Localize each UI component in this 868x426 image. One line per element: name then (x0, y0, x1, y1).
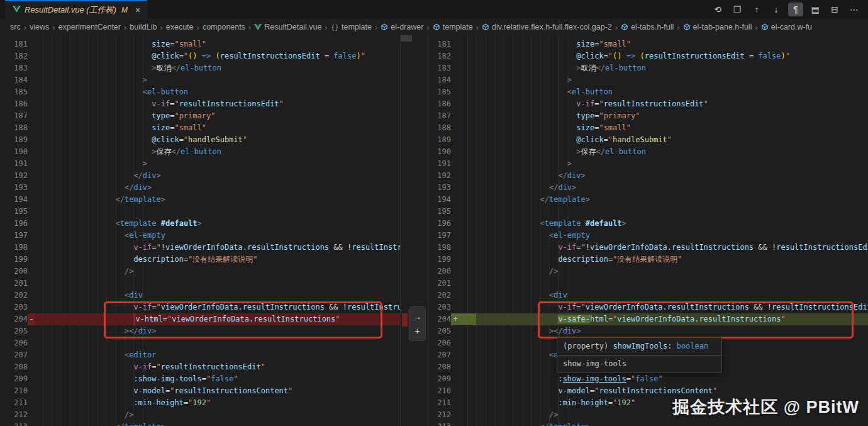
line-number: 186 (0, 98, 28, 110)
code-line-212[interactable]: 212/> (0, 409, 400, 421)
code-line-197[interactable]: 197<el-empty (0, 230, 400, 242)
code-line-189[interactable]: 189@click="handleSubmit" (0, 134, 400, 146)
code-line-181[interactable]: 181size="small" (428, 38, 868, 50)
more-actions-icon[interactable]: ⋯ (847, 3, 862, 16)
code-line-202[interactable]: 202<div (428, 289, 868, 301)
code-text: description="没有结果解读说明" (35, 254, 400, 266)
next-change-icon[interactable]: ↓ (769, 3, 784, 16)
line-number: 205 (428, 325, 451, 337)
code-line-191[interactable]: 191> (0, 158, 400, 170)
code-line-190[interactable]: 190>保存</el-button (428, 146, 868, 158)
code-line-191[interactable]: 191> (428, 158, 868, 170)
code-line-211[interactable]: 211:min-height="192" (428, 397, 868, 409)
code-line-195[interactable]: 195 (0, 206, 400, 218)
map-icon[interactable]: ▤ (808, 3, 823, 16)
code-line-183[interactable]: 183>取消</el-button (0, 62, 400, 74)
code-line-196[interactable]: 196<template #default> (428, 218, 868, 230)
breadcrumb-item[interactable]: src (10, 23, 21, 31)
whitespace-toggle-icon[interactable]: ¶ (788, 3, 803, 16)
code-line-184[interactable]: 184> (428, 74, 868, 86)
tab-resultdetail[interactable]: ResultDetail.vue (工作树) M × (5, 0, 147, 19)
code-line-188[interactable]: 188size="small" (0, 122, 400, 134)
code-line-193[interactable]: 193</div> (428, 182, 868, 194)
breadcrumb-item[interactable]: experimentCenter (58, 23, 121, 31)
diff-sign (28, 289, 35, 301)
code-line-209[interactable]: 209:show-img-tools="false" (428, 373, 868, 385)
code-line-185[interactable]: 185<el-button (428, 86, 868, 98)
breadcrumb-item[interactable]: div.relative.flex.h-full.flex-col.gap-2 (482, 23, 612, 31)
code-line-192[interactable]: 192</div> (0, 170, 400, 182)
code-line-205[interactable]: 205></div> (0, 325, 400, 337)
code-line-209[interactable]: 209:show-img-tools="false" (0, 373, 400, 385)
code-line-182[interactable]: 182@click="() => (resultInstructionsEdit… (428, 50, 868, 62)
code-line-210[interactable]: 210v-model="resultInstructionsContent" (428, 385, 868, 397)
breadcrumb-label: el-drawer (391, 23, 423, 31)
code-line-200[interactable]: 200/> (428, 266, 868, 277)
code-line-203[interactable]: 203v-if="viewOrderInfoData.resultInstruc… (0, 301, 400, 313)
code-line-181[interactable]: 181size="small" (0, 38, 400, 50)
code-line-186[interactable]: 186v-if="resultInstructionsEdit" (428, 98, 868, 110)
breadcrumb-item[interactable]: execute (166, 23, 194, 31)
breadcrumb-item[interactable]: template (433, 23, 473, 31)
close-icon[interactable]: × (135, 6, 140, 14)
code-line-183[interactable]: 183>取消</el-button (428, 62, 868, 74)
code-line-213[interactable]: 213</template> (0, 421, 400, 426)
code-line-189[interactable]: 189@click="handleSubmit" (428, 134, 868, 146)
code-line-199[interactable]: 199description="没有结果解读说明" (0, 254, 400, 266)
scrollbar-thumb[interactable] (401, 35, 412, 42)
code-line-213[interactable]: 213</template> (428, 421, 868, 426)
code-line-196[interactable]: 196<template #default> (0, 218, 400, 230)
code-line-204[interactable]: 204+v-safe-html="viewOrderInfoData.resul… (428, 313, 868, 325)
code-line-206[interactable]: 206 (0, 337, 400, 349)
code-line-190[interactable]: 190>保存</el-button (0, 146, 400, 158)
diff-sign (28, 74, 35, 86)
code-line-212[interactable]: 212/> (428, 409, 868, 421)
code-line-198[interactable]: 198v-if="!viewOrderInfoData.resultInstru… (0, 242, 400, 254)
code-line-208[interactable]: 208v-if="resultInstructionsEdit" (0, 361, 400, 373)
breadcrumb-item[interactable]: el-tab-pane.h-full (683, 23, 752, 31)
code-line-195[interactable]: 195 (428, 206, 868, 218)
code-line-211[interactable]: 211:min-height="192" (0, 397, 400, 409)
code-line-197[interactable]: 197<el-empty (428, 230, 868, 242)
code-line-193[interactable]: 193</div> (0, 182, 400, 194)
revert-change-arrow-icon[interactable]: → (413, 312, 422, 321)
breadcrumb-item[interactable]: el-tabs.h-full (621, 23, 674, 31)
go-to-file-icon[interactable]: ❐ (730, 3, 745, 16)
code-line-200[interactable]: 200/> (0, 266, 400, 277)
code-line-185[interactable]: 185<el-button (0, 86, 400, 98)
code-line-184[interactable]: 184> (0, 74, 400, 86)
code-line-201[interactable]: 201 (0, 277, 400, 289)
previous-change-icon[interactable]: ↑ (749, 3, 764, 16)
breadcrumb-item[interactable]: {}template (331, 23, 372, 31)
code-line-207[interactable]: 207<editor (0, 349, 400, 361)
code-line-205[interactable]: 205></div> (428, 325, 868, 337)
breadcrumb-item[interactable]: el-card.w-fu (761, 23, 812, 31)
code-line-201[interactable]: 201 (428, 277, 868, 289)
code-line-187[interactable]: 187type="primary" (0, 110, 400, 122)
diff-editor-original[interactable]: 181size="small"182@click="() => (resultI… (0, 35, 401, 426)
code-line-187[interactable]: 187type="primary" (428, 110, 868, 122)
code-line-199[interactable]: 199description="没有结果解读说明" (428, 254, 868, 266)
code-line-198[interactable]: 198v-if="!viewOrderInfoData.resultInstru… (428, 242, 868, 254)
code-line-194[interactable]: 194</template> (0, 194, 400, 206)
code-line-182[interactable]: 182@click="() => (resultInstructionsEdit… (0, 50, 400, 62)
breadcrumb-item[interactable]: views (30, 23, 49, 31)
history-icon[interactable]: ⟲ (710, 3, 725, 16)
stage-change-plus-icon[interactable]: + (415, 327, 420, 335)
diff-sign (28, 230, 35, 242)
code-line-202[interactable]: 202<div (0, 289, 400, 301)
code-text: </div> (35, 182, 400, 194)
code-text: </template> (35, 194, 400, 206)
breadcrumb-item[interactable]: el-drawer (381, 23, 423, 31)
breadcrumb-item[interactable]: components (203, 23, 245, 31)
code-line-188[interactable]: 188size="small" (428, 122, 868, 134)
breadcrumb-item[interactable]: buildLib (130, 23, 157, 31)
code-line-186[interactable]: 186v-if="resultInstructionsEdit" (0, 98, 400, 110)
code-line-194[interactable]: 194</template> (428, 194, 868, 206)
breadcrumb-item[interactable]: ResultDetail.vue (254, 23, 321, 31)
split-editor-icon[interactable]: ⊟ (827, 3, 842, 16)
code-line-203[interactable]: 203v-if="viewOrderInfoData.resultInstruc… (428, 301, 868, 313)
code-line-204[interactable]: 204-v-html="viewOrderInfoData.resultInst… (0, 313, 400, 325)
code-line-210[interactable]: 210v-model="resultInstructionsContent" (0, 385, 400, 397)
code-line-192[interactable]: 192</div> (428, 170, 868, 182)
